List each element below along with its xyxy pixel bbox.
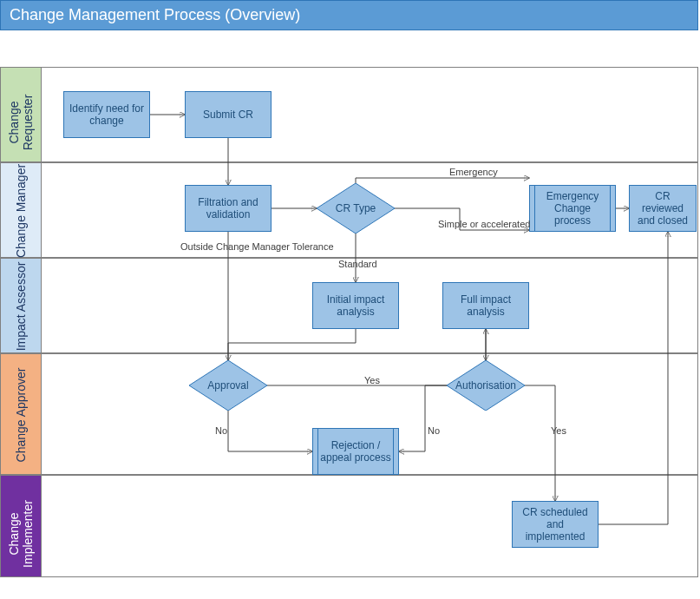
- edge-standard: Standard: [338, 259, 377, 269]
- edge-outside: Outside Change Manager Tolerance: [180, 241, 334, 252]
- node-submit-cr: Submit CR: [185, 91, 271, 138]
- node-approval: Approval: [189, 360, 267, 411]
- lane-assessor-label: Impact Assessor: [14, 259, 28, 354]
- edge-simple: Simple or accelerated: [438, 219, 530, 229]
- swimlane-diagram: Change Management Process (Overview) Cha…: [0, 0, 700, 599]
- node-reviewed-closed: CR reviewed and closed: [629, 185, 697, 232]
- node-identify-need: Identify need for change: [63, 91, 150, 138]
- node-cr-type: CR Type: [317, 183, 395, 234]
- edge-emergency: Emergency: [449, 167, 498, 177]
- lane-approver-label: Change Approver: [14, 367, 28, 463]
- lane-requester-label: Change Requester: [7, 75, 35, 170]
- node-scheduled: CR scheduled and implemented: [512, 501, 599, 548]
- edge-auth-yes: Yes: [551, 425, 566, 436]
- lane-manager-label: Change Manager: [14, 163, 28, 259]
- diagram-title: Change Management Process (Overview): [0, 0, 698, 30]
- node-full-impact: Full impact analysis: [442, 282, 529, 329]
- edge-auth-no: No: [428, 425, 440, 436]
- node-initial-impact: Initial impact analysis: [312, 282, 399, 329]
- node-filtration: Filtration and validation: [185, 185, 271, 232]
- node-authorisation: Authorisation: [447, 360, 525, 411]
- node-emergency-subprocess: Emergency Change process: [529, 185, 616, 232]
- edge-approval-yes: Yes: [364, 375, 380, 385]
- node-rejection-subprocess: Rejection / appeal process: [312, 428, 399, 475]
- lane-implementer-label: Change Implementer: [7, 486, 35, 582]
- lane-implementer-area: [41, 475, 698, 577]
- edge-approval-no: No: [215, 425, 227, 436]
